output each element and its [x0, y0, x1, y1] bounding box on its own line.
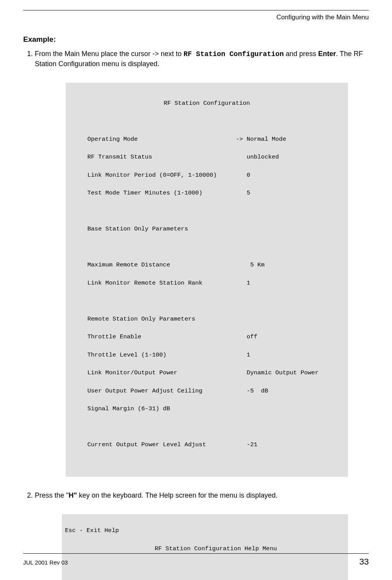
steps-list: From the Main Menu place the cursor -> n… [23, 49, 369, 580]
config-row: Current Output Power Level Adjust -21 [66, 440, 348, 449]
esc-hint: Esc - Exit Help [62, 526, 348, 535]
config-row: Link Monitor Period (0=OFF, 1-10000) 0 [66, 171, 348, 180]
rf-config-screen: RF Station Configuration Operating Mode-… [66, 83, 348, 477]
rf-config-mono: RF Station Configuration [184, 50, 284, 58]
config-row: RF Transmit Status unblocked [66, 153, 348, 162]
section-heading: Remote Station Only Parameters [66, 315, 348, 324]
config-row: Test Mode Timer Minutes (1-1000) 5 [66, 189, 348, 198]
config-row: Operating Mode-> Normal Mode [66, 135, 348, 144]
help-title: RF Station Configuration Help Menu [62, 544, 348, 553]
example-label: Example: [23, 35, 369, 44]
section-heading: Base Station Only Parameters [66, 225, 348, 234]
config-row: Maximum Remote Distance 5 Km [66, 261, 348, 270]
h-key: H" [68, 491, 77, 499]
config-row: Throttle Enable off [66, 333, 348, 341]
page-number: 33 [360, 557, 369, 567]
config-row: Link Monitor/Output Power Dynamic Output… [66, 368, 348, 377]
config-row: Throttle Level (1-100) 1 [66, 351, 348, 360]
help-screen: Esc - Exit Help RF Station Configuration… [62, 514, 348, 580]
step-1: From the Main Menu place the cursor -> n… [35, 49, 369, 477]
screen-title: RF Station Configuration [66, 99, 348, 108]
config-row: Signal Margin (6-31) dB [66, 404, 348, 413]
enter-key: Enter [318, 50, 336, 58]
footer-revision: JUL 2001 Rev 03 [23, 559, 68, 566]
config-row: User Output Power Adjust Ceiling -5 dB [66, 387, 348, 396]
page-header-title: Configuring with the Main Menu [23, 14, 369, 21]
config-row: Link Monitor Remote Station Rank 1 [66, 279, 348, 288]
page-footer: JUL 2001 Rev 03 33 [23, 553, 369, 567]
